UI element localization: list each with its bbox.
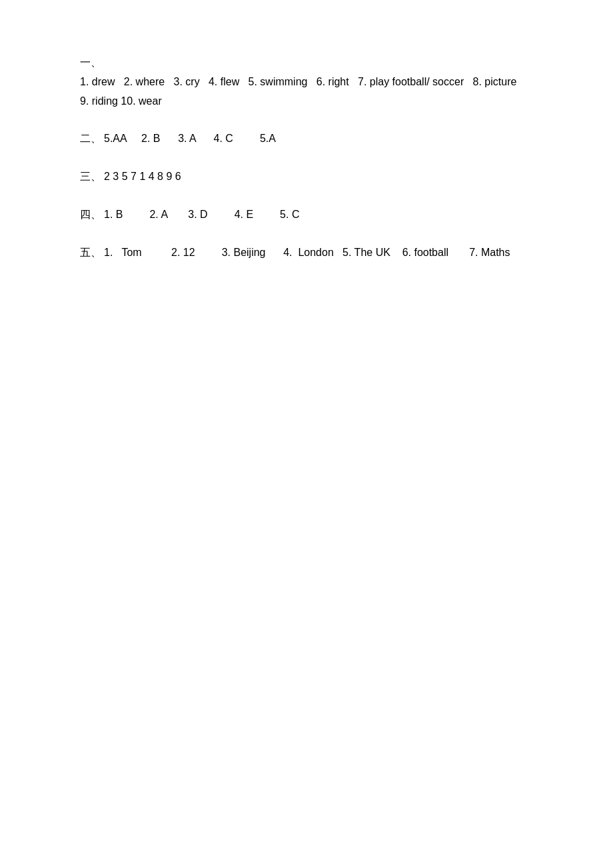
section-san: 三、2 3 5 7 1 4 8 9 6 [80,167,533,187]
section-wu-prefix: 五、 [80,243,101,263]
section-wu: 五、1. Tom 2. 12 3. Beijing 4. London 5. T… [80,243,533,263]
section-wu-line1: 五、1. Tom 2. 12 3. Beijing 4. London 5. T… [80,243,533,263]
section-yi-line2: 9. riding 10. wear [80,92,533,111]
section-yi-line1: 一、1. drew 2. where 3. cry 4. flew 5. swi… [80,53,533,92]
section-wu-content: 1. Tom 2. 12 3. Beijing 4. London 5. The… [104,243,510,263]
section-er-content: 5.AA 2. B 3. A 4. C 5.A [104,129,276,149]
section-san-line1: 三、2 3 5 7 1 4 8 9 6 [80,167,533,187]
section-si-line1: 四、1. B 2. A 3. D 4. E 5. C [80,205,533,225]
section-san-prefix: 三、 [80,167,101,187]
section-yi-prefix: 一、 [80,53,101,73]
section-yi: 一、1. drew 2. where 3. cry 4. flew 5. swi… [80,53,533,111]
section-yi-content: 1. drew 2. where 3. cry 4. flew 5. swimm… [80,73,516,92]
section-si-content: 1. B 2. A 3. D 4. E 5. C [104,205,299,225]
section-si-prefix: 四、 [80,205,101,225]
section-er: 二、5.AA 2. B 3. A 4. C 5.A [80,129,533,149]
main-content: 一、1. drew 2. where 3. cry 4. flew 5. swi… [0,0,613,335]
section-er-line1: 二、5.AA 2. B 3. A 4. C 5.A [80,129,533,149]
section-er-prefix: 二、 [80,129,101,149]
section-si: 四、1. B 2. A 3. D 4. E 5. C [80,205,533,225]
section-san-content: 2 3 5 7 1 4 8 9 6 [104,167,181,187]
